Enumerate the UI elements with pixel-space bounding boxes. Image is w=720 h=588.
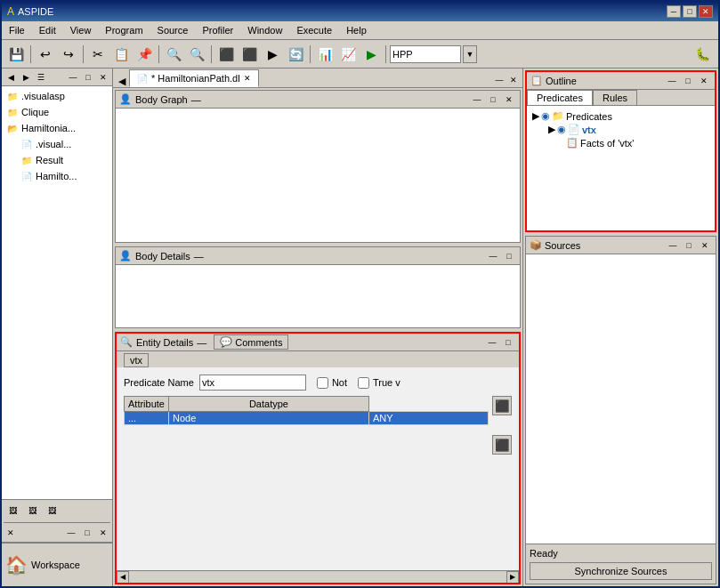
nav-forward-button[interactable]: ▶ [19, 70, 33, 85]
tree-action-btn3[interactable]: 🖼 [43, 502, 61, 520]
outline-minimize[interactable]: — [665, 74, 679, 88]
outline-tree-label: Predicates [566, 111, 612, 122]
outline-content: ▶ ◉ 📁 Predicates ▶ ◉ 📄 vtx 📋 Facts of 'v… [527, 106, 715, 230]
toolbar-copy[interactable]: 📋 [110, 44, 132, 65]
horizontal-scrollbar[interactable]: ◀ ▶ [117, 570, 519, 583]
tree-menu-button[interactable]: ☰ [34, 70, 48, 85]
toolbar-redo[interactable]: ↪ [58, 44, 79, 65]
toolbar-btn4[interactable]: 🔄 [285, 44, 306, 65]
body-details-minimize[interactable]: — [486, 249, 500, 263]
table-row[interactable]: ... Node ANY [125, 412, 489, 425]
close-button[interactable]: ✕ [699, 5, 713, 18]
comments-tab[interactable]: 💬 Comments [214, 334, 288, 350]
sources-close[interactable]: ✕ [698, 238, 712, 253]
workspace-section: 🏠 Workspace [2, 542, 112, 586]
toolbar-btn6[interactable]: 📈 [337, 44, 359, 65]
tree-action-btn1[interactable]: 🖼 [4, 502, 21, 520]
entity-maximize[interactable]: □ [501, 335, 515, 350]
sources-maximize[interactable]: □ [682, 238, 696, 253]
tree-item-hamiltonianfile[interactable]: 📄 Hamilto... [4, 168, 110, 184]
toolbar-paste[interactable]: 📌 [133, 44, 155, 65]
true-checkbox-group: True v [356, 377, 400, 389]
tree-minimize-button[interactable]: — [66, 70, 80, 85]
tree-close-button[interactable]: ✕ [96, 70, 110, 85]
menu-help[interactable]: Help [339, 23, 374, 37]
tree-item-clique[interactable]: 📁 Clique [4, 104, 110, 120]
scroll-left[interactable]: ◀ [117, 571, 129, 584]
tab-close-button[interactable]: ✕ [244, 74, 251, 83]
menu-profiler[interactable]: Profiler [195, 23, 240, 37]
body-graph-maximize[interactable]: □ [486, 93, 500, 107]
toolbar-btn1[interactable]: ⬛ [215, 44, 237, 65]
vtx-tab[interactable]: vtx [124, 353, 149, 367]
tree-maximize-button[interactable]: □ [81, 70, 95, 85]
synchronize-sources-button[interactable]: Synchronize Sources [530, 562, 712, 580]
editor-tab-hamiltonianpath[interactable]: 📄 * HamiltonianPath.dl ✕ [129, 69, 259, 87]
toolbar-save[interactable]: 💾 [5, 44, 27, 65]
toolbar-extra[interactable]: 🐛 [690, 42, 715, 67]
scroll-right[interactable]: ▶ [506, 571, 519, 584]
editor-minimize[interactable]: — [492, 73, 506, 87]
body-graph-minimize[interactable]: — [470, 93, 484, 107]
tree-item-visualasp[interactable]: 📁 .visualasp [4, 88, 110, 104]
true-checkbox[interactable] [358, 377, 369, 389]
toolbar-separator-2 [83, 45, 84, 63]
body-details-maximize[interactable]: □ [502, 249, 516, 263]
toolbar-run[interactable]: ▶ [360, 44, 382, 65]
folder-icon: 📁 [5, 89, 20, 103]
menu-view[interactable]: View [63, 23, 99, 37]
menu-file[interactable]: File [2, 23, 32, 37]
body-details-header: 👤 Body Details — — □ [116, 247, 520, 265]
tree-min2[interactable]: — [64, 526, 78, 540]
outline-tree-vtx[interactable]: ▶ ◉ 📄 vtx [530, 123, 711, 136]
body-graph-panel: 👤 Body Graph — — □ ✕ [115, 90, 521, 243]
profile-combo-dropdown[interactable]: ▼ [463, 45, 477, 63]
outline-controls: — □ ✕ [665, 74, 711, 88]
entity-minimize[interactable]: — [485, 335, 499, 350]
outline-tab-predicates[interactable]: Predicates [527, 90, 593, 105]
toolbar-cut[interactable]: ✂ [87, 44, 109, 65]
menu-bar: File Edit View Program Source Profiler W… [2, 21, 718, 40]
menu-edit[interactable]: Edit [32, 23, 63, 37]
predicate-name-input[interactable] [199, 375, 306, 391]
sources-minimize[interactable]: — [666, 238, 680, 253]
outline-tree-predicates[interactable]: ▶ ◉ 📁 Predicates [530, 109, 711, 123]
toolbar-btn5[interactable]: 📊 [314, 44, 336, 65]
outline-tab-rules[interactable]: Rules [593, 90, 637, 105]
toolbar-search[interactable]: 🔍 [163, 44, 184, 65]
profile-combo[interactable]: HPP [390, 45, 461, 63]
menu-source[interactable]: Source [150, 23, 196, 37]
body-graph-label: Body Graph [135, 94, 188, 105]
menu-execute[interactable]: Execute [289, 23, 339, 37]
tree-action-btn2[interactable]: 🖼 [23, 502, 41, 520]
editor-close[interactable]: ✕ [506, 73, 521, 87]
tree-item-hamiltonian[interactable]: 📂 Hamiltonia... [4, 120, 110, 136]
minimize-button[interactable]: ─ [667, 5, 681, 18]
tree-close2[interactable]: ✕ [4, 526, 18, 540]
outline-tree-facts[interactable]: 📋 Facts of 'vtx' [530, 136, 711, 149]
menu-window[interactable]: Window [240, 23, 289, 37]
editor-nav-back[interactable]: ◀ [115, 76, 129, 87]
table-btn-up[interactable]: ⬛ [492, 396, 512, 415]
toolbar-btn3[interactable]: ▶ [262, 44, 283, 65]
tree-item-result[interactable]: 📁 Result [4, 152, 110, 168]
toolbar-search2[interactable]: 🔍 [186, 44, 207, 65]
outline-title: Outline [546, 76, 577, 86]
maximize-button[interactable]: □ [683, 5, 697, 18]
outline-maximize[interactable]: □ [681, 74, 695, 88]
menu-program[interactable]: Program [98, 23, 150, 37]
scroll-track [129, 573, 506, 582]
outline-close[interactable]: ✕ [697, 74, 711, 88]
body-graph-close[interactable]: ✕ [502, 93, 516, 107]
nav-back-button[interactable]: ◀ [4, 70, 18, 85]
tree-close3[interactable]: ✕ [96, 526, 110, 540]
tree-item-visual2[interactable]: 📄 .visual... [4, 136, 110, 152]
tree-max2[interactable]: □ [80, 526, 94, 540]
toolbar-btn2[interactable]: ⬛ [239, 44, 260, 65]
toolbar: 💾 ↩ ↪ ✂ 📋 📌 🔍 🔍 ⬛ ⬛ ▶ 🔄 📊 📈 ▶ HPP ▼ 🐛 [2, 40, 718, 68]
table-btn-down[interactable]: ⬛ [492, 435, 512, 455]
not-checkbox[interactable] [317, 377, 328, 389]
file-icon: 📄 [20, 169, 34, 183]
tree-label: .visual... [36, 139, 71, 149]
toolbar-undo[interactable]: ↩ [35, 44, 56, 65]
